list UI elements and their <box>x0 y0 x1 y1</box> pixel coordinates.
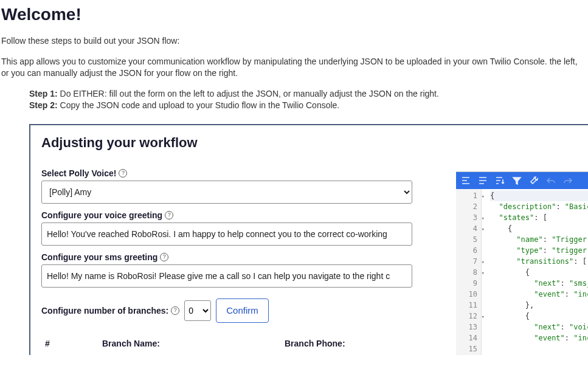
sms-greeting-input[interactable] <box>41 264 412 288</box>
code-line[interactable]: "next": "voice <box>490 322 588 333</box>
form-title: Adjusting your workflow <box>41 135 409 151</box>
step-2-text: Copy the JSON code and upload to your St… <box>58 100 340 110</box>
code-line[interactable]: "states": [ <box>490 212 588 223</box>
gutter-line: 12 <box>456 311 477 322</box>
intro-line-1: Follow these steps to build out your JSO… <box>1 35 587 47</box>
step-2: Step 2: Copy the JSON code and upload to… <box>29 100 588 112</box>
voice-row: Select Polly Voice! ? [Polly] Amy <box>41 168 409 204</box>
format-icon[interactable] <box>461 176 471 185</box>
undo-icon[interactable] <box>546 176 556 185</box>
gutter-line: 11 <box>456 300 477 311</box>
branches-select[interactable]: 0 <box>184 300 211 321</box>
json-editor: 123456789101112131415 { "description": "… <box>456 171 588 355</box>
step-1-text: Do EITHER: fill out the form on the left… <box>58 89 439 98</box>
voice-greeting-row: Configure your voice greeting ? <box>41 210 409 246</box>
branches-row: Configure number of branches: ? 0 Confir… <box>41 298 409 323</box>
intro-block: Follow these steps to build out your JSO… <box>0 35 588 80</box>
gutter-line: 4 <box>456 223 477 234</box>
compact-icon[interactable] <box>478 176 488 185</box>
help-icon[interactable]: ? <box>119 169 127 178</box>
voice-select[interactable]: [Polly] Amy <box>41 181 412 204</box>
branches-label-text: Configure number of branches: <box>41 306 168 316</box>
editor-toolbar <box>456 172 588 189</box>
voice-label: Select Polly Voice! ? <box>41 168 127 178</box>
step-1-label: Step 1: <box>29 89 58 98</box>
page-title: Welcome! <box>0 0 588 27</box>
code-line[interactable]: "event": "inco <box>490 333 588 343</box>
branch-table-header: # Branch Name: Branch Phone: <box>41 339 409 348</box>
editor-code[interactable]: { "description": "Basic "states": [ { "n… <box>482 189 588 355</box>
code-line[interactable]: { <box>490 311 588 322</box>
step-2-label: Step 2: <box>29 100 58 110</box>
sort-icon[interactable] <box>495 176 505 185</box>
help-icon[interactable]: ? <box>171 306 179 315</box>
gutter-line: 3 <box>456 212 477 223</box>
gutter-line: 7 <box>456 256 477 267</box>
editor-body[interactable]: 123456789101112131415 { "description": "… <box>456 189 588 355</box>
branches-label: Configure number of branches: ? <box>41 306 179 316</box>
col-index-header: # <box>41 339 102 348</box>
sms-greeting-label-text: Configure your sms greeting <box>41 252 157 262</box>
code-line[interactable]: "type": "trigger", <box>490 245 588 256</box>
code-line[interactable]: { <box>490 223 588 234</box>
step-1: Step 1: Do EITHER: fill out the form on … <box>29 88 588 100</box>
code-line[interactable]: "name": "Trigger", <box>490 234 588 245</box>
editor-gutter: 123456789101112131415 <box>456 189 482 355</box>
code-line[interactable]: "transitions": [ <box>490 256 588 267</box>
code-line[interactable]: "description": "Basic <box>490 201 588 212</box>
gutter-line: 14 <box>456 333 477 343</box>
help-icon[interactable]: ? <box>160 253 168 261</box>
code-line[interactable]: "next": "sms_g <box>490 278 588 289</box>
code-line[interactable]: { <box>490 267 588 278</box>
code-line[interactable]: }, <box>490 300 588 311</box>
confirm-button[interactable]: Confirm <box>216 298 269 323</box>
gutter-line: 10 <box>456 289 477 300</box>
sms-greeting-label: Configure your sms greeting ? <box>41 252 168 262</box>
gutter-line: 5 <box>456 234 477 245</box>
filter-icon[interactable] <box>512 176 522 185</box>
intro-line-2: This app allows you to customize your co… <box>1 56 587 80</box>
workflow-panel: Adjusting your workflow Select Polly Voi… <box>29 124 588 355</box>
gutter-line: 1 <box>456 190 477 201</box>
gutter-line: 8 <box>456 267 477 278</box>
redo-icon[interactable] <box>563 176 573 185</box>
gutter-line: 15 <box>456 343 477 354</box>
code-line[interactable]: "event": "inco <box>490 289 588 300</box>
gutter-line: 2 <box>456 201 477 212</box>
gutter-line: 6 <box>456 245 477 256</box>
repair-icon[interactable] <box>529 176 539 185</box>
voice-greeting-input[interactable] <box>41 222 412 246</box>
voice-greeting-label: Configure your voice greeting ? <box>41 210 173 220</box>
gutter-line: 9 <box>456 278 477 289</box>
voice-label-text: Select Polly Voice! <box>41 168 116 178</box>
sms-greeting-row: Configure your sms greeting ? <box>41 252 409 288</box>
steps-block: Step 1: Do EITHER: fill out the form on … <box>0 88 588 119</box>
form-panel: Adjusting your workflow Select Polly Voi… <box>30 125 420 348</box>
col-phone-header: Branch Phone: <box>285 339 409 348</box>
voice-greeting-label-text: Configure your voice greeting <box>41 210 162 220</box>
help-icon[interactable]: ? <box>165 211 173 219</box>
code-line[interactable]: { <box>490 190 588 201</box>
col-name-header: Branch Name: <box>102 339 285 348</box>
gutter-line: 13 <box>456 322 477 333</box>
